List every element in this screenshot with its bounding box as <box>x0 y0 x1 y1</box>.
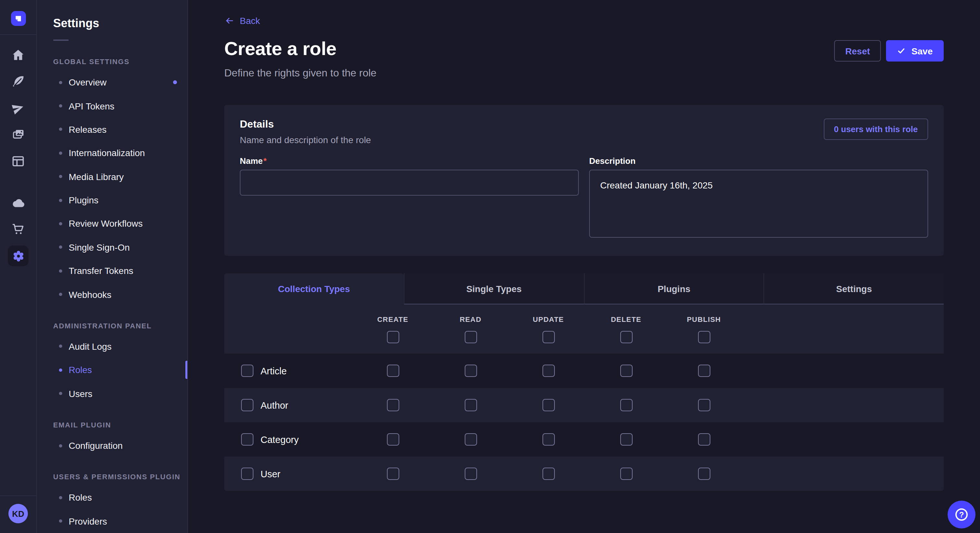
row-select-checkbox[interactable] <box>241 433 253 446</box>
row-select-checkbox[interactable] <box>241 365 253 377</box>
permission-create-checkbox[interactable] <box>387 468 399 480</box>
row-label: User <box>261 468 280 479</box>
sidebar-item-transfer-tokens[interactable]: Transfer Tokens <box>37 259 187 283</box>
settings-sidebar: Settings GLOBAL SETTINGS Overview API To… <box>37 0 188 533</box>
sidebar-item-audit-logs[interactable]: Audit Logs <box>37 335 187 358</box>
settings-gear-icon[interactable] <box>8 246 29 266</box>
permission-publish-checkbox[interactable] <box>698 468 710 480</box>
sidebar-item-plugins[interactable]: Plugins <box>37 189 187 212</box>
arrow-left-icon <box>224 16 235 26</box>
permission-delete-checkbox[interactable] <box>620 365 632 377</box>
permissions-tabbar: Collection Types Single Types Plugins Se… <box>224 273 944 305</box>
bullet-icon <box>59 496 62 499</box>
permission-update-checkbox[interactable] <box>542 365 555 377</box>
details-card: Details Name and description of the role… <box>224 105 944 256</box>
permission-create-checkbox[interactable] <box>387 365 399 377</box>
sidebar-item-webhooks[interactable]: Webhooks <box>37 283 187 306</box>
sidebar-title-rule <box>53 40 69 41</box>
table-row-author: Author <box>224 388 944 422</box>
sidebar-item-roles-admin[interactable]: Roles <box>37 358 187 382</box>
section-header-users-permissions-plugin: USERS & PERMISSIONS PLUGIN <box>37 473 187 481</box>
sidebar-item-configuration[interactable]: Configuration <box>37 434 187 458</box>
permission-read-checkbox[interactable] <box>465 433 477 446</box>
permission-delete-checkbox[interactable] <box>620 399 632 411</box>
select-all-read-checkbox[interactable] <box>465 331 477 343</box>
section-header-administration-panel: ADMINISTRATION PANEL <box>37 322 187 329</box>
bullet-icon <box>59 345 62 348</box>
permission-create-checkbox[interactable] <box>387 399 399 411</box>
permission-delete-checkbox[interactable] <box>620 468 632 480</box>
check-icon <box>897 47 906 55</box>
sidebar-item-users[interactable]: Users <box>37 382 187 405</box>
tab-single-types[interactable]: Single Types <box>404 273 584 305</box>
cloud-icon[interactable] <box>8 192 29 213</box>
permission-update-checkbox[interactable] <box>542 399 555 411</box>
select-all-create-checkbox[interactable] <box>387 331 399 343</box>
section-header-email-plugin: EMAIL PLUGIN <box>37 421 187 429</box>
sidebar-item-overview[interactable]: Overview <box>37 71 187 94</box>
active-indicator-bar <box>185 361 187 379</box>
sidebar-item-single-sign-on[interactable]: Single Sign-On <box>37 235 187 259</box>
permission-delete-checkbox[interactable] <box>620 433 632 446</box>
bullet-icon <box>59 104 62 108</box>
permission-read-checkbox[interactable] <box>465 399 477 411</box>
permission-publish-checkbox[interactable] <box>698 433 710 446</box>
permission-update-checkbox[interactable] <box>542 468 555 480</box>
reset-button[interactable]: Reset <box>834 40 881 62</box>
bullet-icon <box>59 128 62 131</box>
save-label: Save <box>912 46 933 56</box>
paper-plane-icon[interactable] <box>8 98 29 119</box>
row-select-checkbox[interactable] <box>241 468 253 480</box>
page-title: Create a role <box>224 38 336 60</box>
permission-create-checkbox[interactable] <box>387 433 399 446</box>
notification-dot-icon <box>173 80 177 84</box>
help-button[interactable]: ? <box>948 501 975 528</box>
sidebar-item-api-tokens[interactable]: API Tokens <box>37 94 187 118</box>
bullet-icon <box>59 520 62 523</box>
sidebar-title: Settings <box>53 17 187 30</box>
back-link[interactable]: Back <box>224 16 260 26</box>
tab-collection-types[interactable]: Collection Types <box>224 273 404 305</box>
permission-update-checkbox[interactable] <box>542 433 555 446</box>
sidebar-item-providers[interactable]: Providers <box>37 509 187 533</box>
column-header-publish: PUBLISH <box>665 316 743 323</box>
user-avatar[interactable]: KD <box>8 504 28 523</box>
tab-settings[interactable]: Settings <box>764 273 944 305</box>
sidebar-item-releases[interactable]: Releases <box>37 117 187 141</box>
sidebar-item-roles-up[interactable]: Roles <box>37 486 187 509</box>
permission-read-checkbox[interactable] <box>465 365 477 377</box>
select-all-publish-checkbox[interactable] <box>698 331 710 343</box>
name-label: Name* <box>240 156 579 166</box>
strapi-logo-icon[interactable] <box>11 11 25 26</box>
table-row-article: Article <box>224 354 944 388</box>
sidebar-item-media-library[interactable]: Media Library <box>37 165 187 189</box>
description-label: Description <box>589 156 928 166</box>
tab-plugins[interactable]: Plugins <box>584 273 764 305</box>
users-with-role-button[interactable]: 0 users with this role <box>824 119 928 140</box>
feather-icon[interactable] <box>8 71 29 92</box>
save-button[interactable]: Save <box>886 40 944 62</box>
bullet-icon <box>59 392 62 395</box>
permission-read-checkbox[interactable] <box>465 468 477 480</box>
bullet-icon <box>59 444 62 447</box>
description-field-group: Description Created January 16th, 2025 <box>589 156 928 240</box>
bullet-icon <box>59 293 62 296</box>
row-select-checkbox[interactable] <box>241 399 253 411</box>
select-all-update-checkbox[interactable] <box>542 331 555 343</box>
cart-icon[interactable] <box>8 219 29 240</box>
row-label: Author <box>261 400 288 410</box>
sidebar-item-review-workflows[interactable]: Review Workflows <box>37 212 187 235</box>
media-library-icon[interactable] <box>8 124 29 145</box>
required-asterisk: * <box>263 156 267 166</box>
app-window: KD Settings GLOBAL SETTINGS Overview API… <box>0 0 980 533</box>
permission-publish-checkbox[interactable] <box>698 365 710 377</box>
layout-icon[interactable] <box>8 151 29 171</box>
details-subtitle: Name and description of the role <box>240 135 371 145</box>
home-icon[interactable] <box>8 45 29 65</box>
permission-publish-checkbox[interactable] <box>698 399 710 411</box>
sidebar-item-internationalization[interactable]: Internationalization <box>37 141 187 165</box>
role-description-textarea[interactable]: Created January 16th, 2025 <box>589 170 928 238</box>
bullet-icon <box>59 152 62 155</box>
select-all-delete-checkbox[interactable] <box>620 331 632 343</box>
role-name-input[interactable] <box>240 170 579 195</box>
